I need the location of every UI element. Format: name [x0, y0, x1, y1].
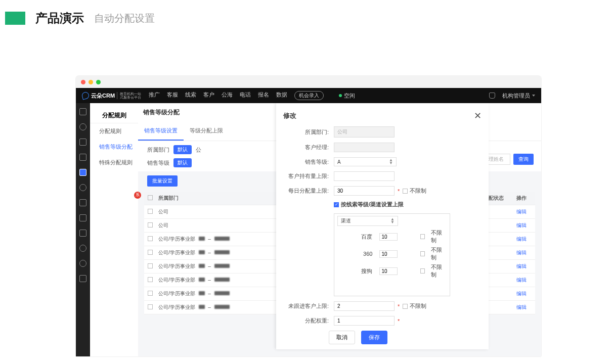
nav-data[interactable]: 数据	[276, 91, 287, 100]
channel-row: 百度 不限制	[337, 229, 447, 244]
channel-unlimited-label: 不限制	[431, 246, 447, 261]
th-dept: 所属部门	[156, 192, 278, 205]
sub-item-rules[interactable]: 分配规则	[90, 123, 138, 139]
channel-value-input[interactable]	[379, 250, 398, 258]
dept-input: 公司	[334, 126, 395, 138]
daily-unlimited-checkbox[interactable]	[403, 189, 408, 194]
red-badge[interactable]: 系	[134, 192, 141, 199]
max-dot[interactable]	[96, 80, 101, 84]
nav-phone[interactable]: 电话	[240, 91, 251, 100]
side-icon-5-active[interactable]	[79, 169, 86, 176]
side-icon-10[interactable]	[79, 245, 86, 252]
filter-level-tag[interactable]: 默认	[173, 158, 192, 167]
modal-title: 修改	[283, 111, 296, 120]
channel-unlimited-checkbox[interactable]	[420, 234, 425, 239]
channel-select[interactable]: 渠道▲▼	[337, 216, 398, 226]
save-button[interactable]: 保存	[361, 331, 387, 344]
sub-item-sales-level[interactable]: 销售等级分配	[90, 139, 138, 155]
row-checkbox[interactable]	[148, 236, 153, 241]
batch-set-button[interactable]: 批量设置	[147, 175, 178, 187]
logo: 云朵CRM 教育机构一站式服务云平台	[82, 92, 141, 100]
row-checkbox[interactable]	[148, 304, 153, 309]
edit-link[interactable]: 编辑	[516, 222, 527, 228]
edit-link[interactable]: 编辑	[516, 277, 527, 283]
nav-customer[interactable]: 客户	[203, 91, 214, 100]
accent-block	[5, 12, 25, 25]
nav-signup[interactable]: 报名	[258, 91, 269, 100]
status-dot-icon	[339, 94, 342, 97]
daily-input[interactable]	[334, 186, 395, 196]
cancel-button[interactable]: 取消	[329, 331, 355, 344]
filter-dept-label: 所属部门	[147, 146, 169, 154]
cell-dept: 公司/学历事业部 –	[156, 246, 278, 259]
side-icon-3[interactable]	[79, 139, 86, 146]
hold-input[interactable]	[334, 171, 395, 181]
channel-value-input[interactable]	[379, 267, 398, 275]
nav-promo[interactable]: 推广	[149, 91, 160, 100]
channel-unlimited-checkbox[interactable]	[420, 268, 425, 274]
page-subtitle: 自动分配设置	[94, 12, 155, 25]
sub-item-special[interactable]: 特殊分配规则	[90, 155, 138, 170]
cell-dept: 公司	[156, 205, 278, 218]
record-opportunity-button[interactable]: 机会录入	[294, 91, 324, 100]
channel-box: 渠道▲▼ 百度 不限制360 不限制搜狗 不限制	[334, 213, 450, 296]
status-indicator: 空闲	[339, 92, 355, 100]
edit-link[interactable]: 编辑	[516, 250, 527, 255]
window-chrome	[76, 76, 541, 88]
dept-label: 所属部门:	[283, 128, 334, 136]
weight-input[interactable]	[334, 316, 395, 326]
side-icon-12[interactable]	[79, 275, 86, 282]
filter-dept-val[interactable]: 公	[196, 146, 201, 154]
row-checkbox[interactable]	[148, 291, 153, 296]
filter-level-label: 销售等级	[147, 159, 169, 167]
channel-value-input[interactable]	[379, 233, 398, 241]
side-icon-4[interactable]	[79, 154, 86, 161]
unfollow-label: 未跟进客户上限:	[283, 302, 334, 310]
bell-icon[interactable]	[489, 93, 495, 99]
inner-tab-level-setting[interactable]: 销售等级设置	[138, 122, 184, 141]
edit-link[interactable]: 编辑	[516, 209, 527, 214]
search-button[interactable]: 查询	[513, 154, 534, 165]
user-menu[interactable]: 机构管理员	[502, 92, 535, 100]
by-channel-checkbox[interactable]	[334, 202, 339, 207]
unfollow-unlimited-checkbox[interactable]	[403, 304, 408, 309]
row-checkbox[interactable]	[148, 277, 153, 282]
channel-name: 搜狗	[337, 267, 375, 275]
filter-dept-tag[interactable]: 默认	[173, 145, 192, 154]
edit-link[interactable]: 编辑	[516, 263, 527, 269]
row-checkbox[interactable]	[148, 209, 153, 214]
min-dot[interactable]	[89, 80, 93, 84]
row-checkbox[interactable]	[148, 222, 153, 228]
weight-label: 分配权重:	[283, 317, 334, 325]
edit-link[interactable]: 编辑	[516, 291, 527, 296]
logo-icon	[81, 91, 90, 100]
channel-unlimited-checkbox[interactable]	[420, 251, 425, 256]
side-icon-2[interactable]	[79, 123, 86, 130]
unfollow-unlimited-label: 不限制	[410, 302, 426, 310]
logo-text: 云朵CRM	[91, 92, 115, 100]
inner-tab-limit[interactable]: 等级分配上限	[184, 122, 229, 141]
side-icon-11[interactable]	[79, 260, 86, 267]
side-icon-8[interactable]	[79, 214, 86, 221]
close-dot[interactable]	[81, 80, 85, 84]
nav-leads[interactable]: 线索	[185, 91, 196, 100]
nav-service[interactable]: 客服	[167, 91, 178, 100]
row-checkbox[interactable]	[148, 250, 153, 255]
side-icon-1[interactable]	[79, 108, 86, 115]
row-checkbox[interactable]	[148, 263, 153, 268]
side-icon-6[interactable]	[79, 184, 86, 191]
side-icon-9[interactable]	[79, 230, 86, 237]
select-all-checkbox[interactable]	[148, 195, 153, 200]
nav-pool[interactable]: 公海	[222, 91, 233, 100]
cell-dept: 公司/学历事业部 –	[156, 260, 278, 273]
close-icon[interactable]: ✕	[474, 110, 482, 121]
level-select[interactable]: A▲▼	[334, 157, 397, 166]
side-icon-7[interactable]	[79, 199, 86, 206]
app-body: 分配规则 分配规则 销售等级分配 特殊分配规则 系 销售等级分配 销售等级设置 …	[76, 103, 541, 356]
unfollow-input[interactable]	[334, 301, 395, 311]
daily-unlimited-label: 不限制	[410, 187, 426, 195]
channel-unlimited-label: 不限制	[431, 229, 447, 244]
edit-link[interactable]: 编辑	[516, 236, 527, 242]
edit-link[interactable]: 编辑	[516, 304, 527, 310]
th-op: 操作	[507, 192, 535, 205]
